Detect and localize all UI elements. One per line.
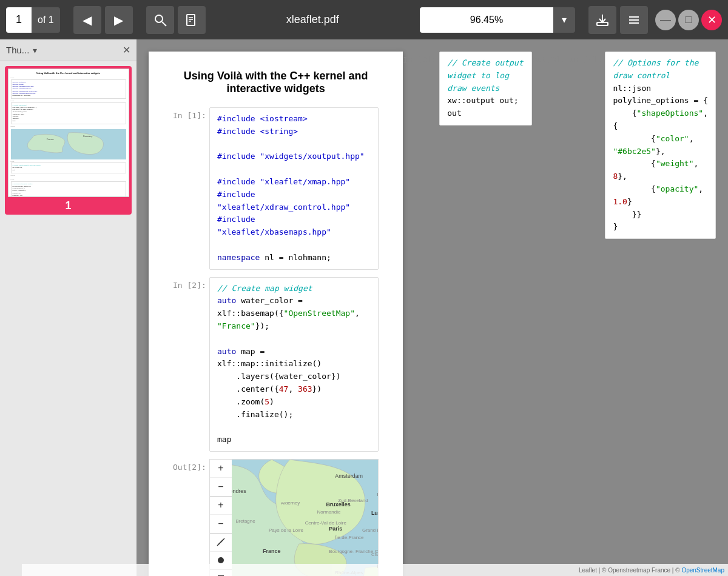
svg-text:Centre-Val de Loire: Centre-Val de Loire (305, 520, 347, 526)
code-line: xw::output out; (447, 96, 518, 105)
cell-content-in3: // Create output widget to log draw even… (439, 52, 532, 557)
tools-button[interactable] (178, 6, 206, 34)
cell-label-out2: Out[2]: (173, 459, 209, 576)
menu-icon (627, 13, 641, 27)
next-page-button[interactable]: ▶ (105, 6, 133, 34)
code-line: #include "xwidgets/xoutput.hpp" (217, 152, 365, 161)
minimize-button[interactable]: — (655, 10, 676, 30)
download-icon (596, 13, 609, 27)
svg-text:France: France (263, 548, 280, 554)
svg-text:Paris: Paris (329, 526, 342, 532)
thumbnail-container[interactable]: Using Voilà with the C++ kernel and inte… (5, 66, 132, 215)
svg-point-0 (155, 15, 163, 22)
sidebar-close-button[interactable]: ✕ (123, 44, 130, 56)
code-line: #include <iostream> (217, 114, 308, 123)
draw-controls: + − (210, 497, 231, 534)
window-controls: — □ ✕ (655, 10, 722, 30)
zoom-dropdown-button[interactable]: ▾ (553, 7, 575, 33)
mini-cell-1: #include <iostream> #include <string> #i… (11, 79, 126, 99)
prev-page-button[interactable]: ◀ (73, 6, 101, 34)
code-line: } (613, 222, 618, 231)
mini-cell-2: // Create map widget auto water_color = … (11, 102, 126, 124)
search-button[interactable] (146, 6, 174, 34)
svg-text:Hanovre: Hanovre (377, 492, 378, 497)
code-block-in2: // Create map widget auto water_color = … (209, 277, 379, 452)
draw-rect-button[interactable] (210, 570, 232, 576)
map-zoom-out-button[interactable]: − (210, 478, 232, 496)
download-button[interactable] (588, 6, 616, 34)
svg-line-1 (162, 22, 166, 26)
svg-text:Chauffouse- sur Saône: Chauffouse- sur Saône (371, 552, 378, 557)
cell-out-2: Out[2]: + − + − (173, 459, 379, 576)
cell-label-in2: In [2]: (173, 277, 209, 452)
code-line: out (447, 109, 461, 118)
page-total-label: of 1 (32, 7, 60, 33)
svg-rect-2 (187, 15, 195, 25)
svg-text:Alderney: Alderney (281, 500, 300, 506)
map-widget[interactable]: + − + − (209, 459, 379, 576)
code-block-in3: // Create output widget to log draw even… (439, 52, 532, 126)
openstreetmap-link[interactable]: OpenStreetMap (681, 567, 724, 574)
cell-in-2: In [2]: // Create map widget auto water_… (173, 277, 379, 452)
thumbnail-image: Using Voilà with the C++ kernel and inte… (8, 69, 129, 197)
code-line: }} (613, 210, 641, 219)
cell-out-3: Out[3]: (532, 52, 568, 557)
document-icon (185, 13, 198, 27)
code-line: .zoom(5) (217, 397, 274, 406)
svg-text:Grand Est: Grand Est (362, 527, 378, 533)
page-navigation: of 1 (6, 7, 60, 33)
sidebar-dropdown-button[interactable]: ▾ (33, 45, 37, 55)
svg-text:Bruxelles: Bruxelles (326, 501, 350, 507)
map-zoom-in-button[interactable]: + (210, 460, 232, 478)
close-button[interactable]: ✕ (701, 10, 722, 30)
code-line: {"shapeOptions", { (613, 109, 708, 130)
menu-button[interactable] (620, 6, 648, 34)
svg-point-15 (218, 557, 224, 563)
svg-text:Bretagne: Bretagne (235, 518, 255, 524)
cell-in-3: In [3]: // Create output widget to log d… (403, 52, 532, 557)
map-content[interactable]: Amsterdam Berlin Hanovre Pozn Londres Zu… (232, 460, 378, 576)
svg-text:Luxembourg: Luxembourg (371, 510, 378, 516)
svg-text:Londres: Londres (232, 488, 246, 494)
maximize-button[interactable]: □ (678, 10, 699, 30)
document-title: xleaflet.pdf (209, 13, 416, 26)
circle-icon (217, 556, 225, 564)
cell-label-in1: In [1]: (173, 107, 209, 270)
zoom-input[interactable] (420, 7, 553, 33)
code-block-in4: // Options for the draw control nl::json… (605, 52, 716, 239)
code-line: #include "xleaflet/xdraw_control.hpp" (217, 190, 350, 212)
page-number-input[interactable] (6, 7, 32, 33)
map-toolbar: + − + − (210, 460, 232, 576)
cell-content-map: + − + − (209, 459, 379, 576)
code-line: nl::json polyline_options = { (613, 84, 708, 105)
pencil-icon (217, 538, 225, 546)
toolbar: of 1 ◀ ▶ xleaflet.pdf ▾ (0, 0, 728, 39)
cell-in-4: In [4]: // Options for the draw control … (568, 52, 716, 557)
pdf-title: Using Voilà with the C++ kernel and inte… (173, 70, 379, 95)
map-zoom-out2-button[interactable]: − (210, 515, 232, 533)
code-line: // Create map widget (217, 284, 312, 293)
code-line: #include <string> (217, 127, 298, 136)
draw-line-button[interactable] (210, 534, 232, 552)
code-line: {"opacity", 1.0} (613, 184, 703, 206)
code-line: .finalize(); (217, 410, 293, 419)
code-line: map (217, 435, 231, 444)
sidebar-content[interactable]: Using Voilà with the C++ kernel and inte… (0, 61, 136, 576)
tool-controls (210, 534, 231, 576)
sidebar: Thu... ▾ ✕ Using Voilà with the C++ kern… (0, 39, 136, 576)
draw-circle-button[interactable] (210, 552, 232, 570)
map-attribution: Leaflet | © Openstreetmap France | © Ope… (579, 567, 724, 574)
code-line: {"weight", 8}, (613, 159, 698, 181)
zoom-controls: + − (210, 460, 231, 497)
pdf-content-area[interactable]: Using Voilà with the C++ kernel and inte… (136, 39, 728, 576)
code-line: // Options for the draw control (613, 58, 698, 80)
map-zoom-in2-button[interactable]: + (210, 497, 232, 515)
sidebar-title: Thu... (6, 45, 29, 55)
mini-map: France Germany (11, 129, 126, 159)
svg-text:Normandie: Normandie (317, 509, 340, 515)
mini-cell-4: // Options for the draw control nl::json… (11, 181, 126, 196)
code-line: {"color", "#6bc2e5"}, (613, 134, 693, 156)
cell-content-in2: // Create map widget auto water_color = … (209, 277, 379, 452)
thumbnail-page-number: 1 (65, 199, 71, 212)
svg-text:Amsterdam: Amsterdam (335, 473, 363, 479)
